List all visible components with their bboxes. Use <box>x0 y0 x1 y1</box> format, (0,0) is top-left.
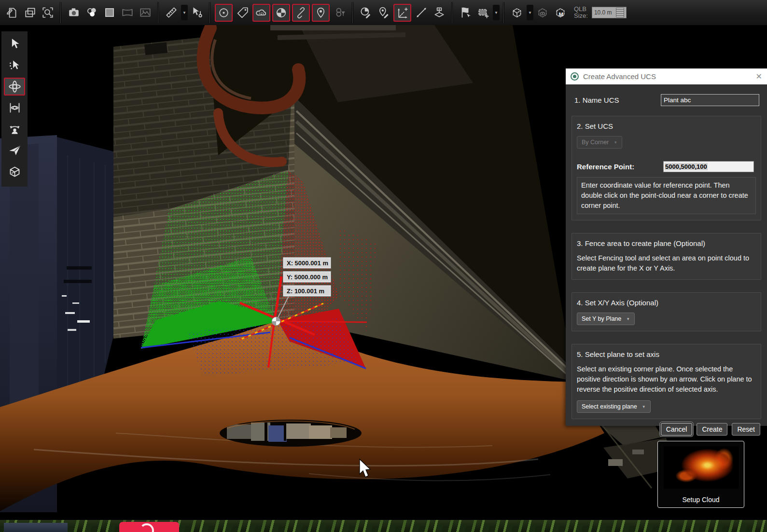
toolbar-divider <box>352 2 353 23</box>
reference-point-instruction: Enter coordinate value for reference poi… <box>577 177 756 214</box>
qlb-size-stepper[interactable] <box>616 8 624 17</box>
name-ucs-label: 1. Name UCS <box>574 96 661 104</box>
limit-box-dropdown-icon[interactable] <box>527 5 533 20</box>
setups-filter-icon[interactable] <box>331 2 349 23</box>
selection-dropdown-icon[interactable] <box>493 5 500 20</box>
svg-text:M: M <box>558 12 563 17</box>
coordinate-label-z: Z: 100.001 m <box>283 285 331 297</box>
set-ucs-group: 2. Set UCS By Corner Reference Point: 50… <box>572 116 761 220</box>
panorama-view-icon[interactable] <box>118 2 136 23</box>
point-cloud-icon[interactable] <box>252 4 270 22</box>
limit-box-icon[interactable] <box>508 2 526 23</box>
setup-cloud-thumbnail[interactable]: Setup Cloud <box>657 441 744 508</box>
select-plane-instruction: Select an existing corner plane. Once se… <box>577 364 756 395</box>
orbit-tool[interactable] <box>4 78 25 95</box>
limit-box-manager-icon[interactable]: M <box>551 2 569 23</box>
zoom-region-icon[interactable] <box>39 2 56 23</box>
select-plane-dropdown[interactable]: Select existing plane <box>577 400 651 413</box>
render-colors-icon[interactable] <box>83 2 100 23</box>
location-pin-icon[interactable] <box>312 4 330 22</box>
pick-tool-icon[interactable] <box>412 2 430 23</box>
setup-cloud-label: Setup Cloud <box>658 496 744 504</box>
close-icon[interactable]: ✕ <box>756 72 762 81</box>
corner-point-marker[interactable] <box>272 317 280 326</box>
qlb-size-label: QLBSize: <box>574 6 588 19</box>
application-window: X: 5000.001 m Y: 5000.000 m Z: 100.001 m <box>0 0 767 532</box>
setup-target-icon[interactable] <box>272 4 290 22</box>
panorama-preview-strip[interactable] <box>0 520 767 532</box>
set-ucs-dropdown[interactable]: By Corner <box>577 136 622 149</box>
setup-cloud-preview-image <box>664 446 739 489</box>
reference-point-input[interactable]: 5000,5000,100 <box>663 161 754 172</box>
app-logo-icon <box>571 72 579 81</box>
look-around-tool[interactable] <box>4 120 25 138</box>
main-toolbar: M QLBSize: <box>0 0 767 25</box>
app-brand-icon <box>119 522 179 532</box>
fence-area-instruction: Select Fencing tool and select an area o… <box>577 253 756 273</box>
measure-ruler-icon[interactable] <box>162 2 180 23</box>
fence-flag-icon[interactable] <box>456 2 474 23</box>
qlb-size-control: QLBSize: <box>574 6 624 19</box>
limit-box-view-icon[interactable] <box>533 2 551 23</box>
measure-dropdown-icon[interactable] <box>181 5 188 20</box>
solid-square-icon[interactable] <box>100 2 118 23</box>
edit-target-icon[interactable] <box>357 2 375 23</box>
probe-cursor-icon[interactable] <box>188 2 206 23</box>
strip-photo-thumbnail <box>4 523 68 532</box>
select-tool[interactable] <box>4 35 25 53</box>
fence-area-group: 3. Fence area to create plane (Optional)… <box>572 233 761 280</box>
export-document-icon[interactable] <box>3 2 21 23</box>
set-axis-title: 4. Set X/Y Axis (Optional) <box>577 299 756 307</box>
coordinate-label-x: X: 5000.001 m <box>283 257 331 269</box>
set-ucs-title: 2. Set UCS <box>577 122 756 130</box>
edit-pin-icon[interactable] <box>375 2 392 23</box>
select-plane-title: 5. Select plane to set axis <box>577 350 756 358</box>
create-ucs-axes-icon[interactable] <box>393 4 411 22</box>
axis-line-red-horizontal <box>276 321 367 322</box>
dialog-title: Create Advanced UCS <box>583 72 756 81</box>
snapshot-camera-icon[interactable] <box>65 2 83 23</box>
link-icon[interactable] <box>292 4 310 22</box>
cancel-button[interactable]: Cancel <box>661 423 693 436</box>
navigation-sidebar <box>1 31 28 187</box>
setup-camera-icon[interactable] <box>430 2 448 23</box>
dialog-body: 1. Name UCS 2. Set UCS By Corner Referen… <box>566 84 767 436</box>
reference-point-label: Reference Point: <box>577 163 663 171</box>
machinery <box>227 423 347 442</box>
rect-selection-icon[interactable] <box>474 2 492 23</box>
dialog-titlebar[interactable]: Create Advanced UCS ✕ <box>566 68 767 84</box>
toolbar-divider <box>60 2 61 23</box>
fence-area-title: 3. Fence area to create plane (Optional) <box>577 239 756 247</box>
toolbar-divider <box>157 2 159 23</box>
view-cube-tool[interactable] <box>4 163 25 180</box>
toolbar-divider <box>209 2 210 23</box>
cascade-windows-icon[interactable] <box>21 2 39 23</box>
image-view-icon[interactable] <box>136 2 154 23</box>
set-axis-dropdown[interactable]: Set Y by Plane <box>577 313 635 325</box>
multi-select-tool[interactable] <box>4 56 25 74</box>
coordinate-label-y: Y: 5000.000 m <box>283 271 331 283</box>
fly-tool[interactable] <box>4 141 25 159</box>
scan-disc-icon[interactable] <box>215 4 233 22</box>
create-advanced-ucs-dialog: Create Advanced UCS ✕ 1. Name UCS 2. Set… <box>566 68 767 426</box>
name-ucs-input[interactable] <box>661 94 759 106</box>
toolbar-divider <box>451 2 453 23</box>
pan-orbit-tool[interactable] <box>4 99 25 117</box>
toolbar-divider <box>503 2 504 23</box>
set-axis-group: 4. Set X/Y Axis (Optional) Set Y by Plan… <box>572 292 761 331</box>
select-plane-group: 5. Select plane to set axis Select an ex… <box>572 344 761 419</box>
create-button[interactable]: Create <box>697 423 727 436</box>
tag-icon[interactable] <box>234 2 251 23</box>
reset-button[interactable]: Reset <box>732 423 760 436</box>
